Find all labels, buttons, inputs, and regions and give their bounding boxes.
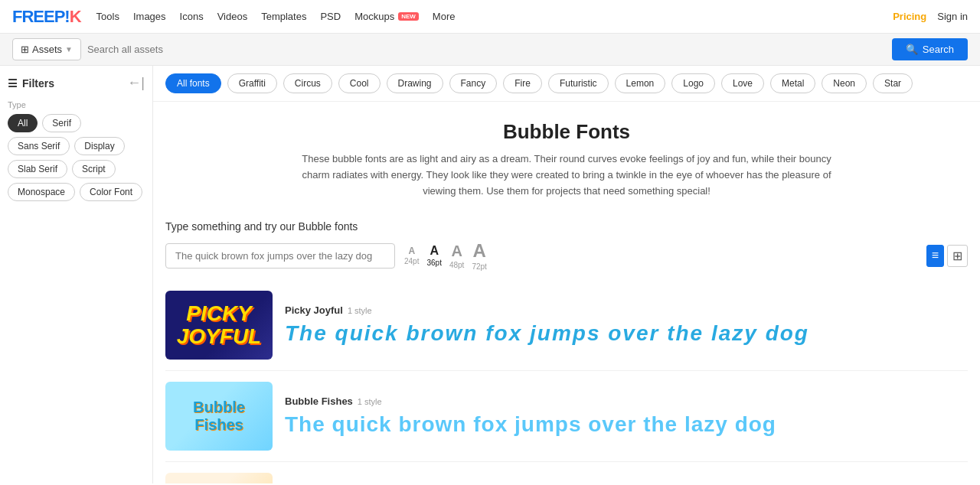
list-view-button[interactable]: ≡ bbox=[926, 245, 944, 267]
pricing-link[interactable]: Pricing bbox=[893, 11, 926, 22]
new-badge: NEW bbox=[398, 12, 419, 21]
nav-templates[interactable]: Templates bbox=[261, 11, 306, 22]
assets-dropdown[interactable]: ⊞ Assets ▼ bbox=[12, 38, 81, 60]
tag-metal[interactable]: Metal bbox=[770, 73, 815, 93]
nav-icons[interactable]: Icons bbox=[180, 11, 204, 22]
signin-link[interactable]: Sign in bbox=[937, 11, 968, 22]
font-size-36[interactable]: A 36pt bbox=[426, 244, 441, 267]
nav-more[interactable]: More bbox=[433, 11, 456, 22]
logo[interactable]: FREEP!K bbox=[12, 7, 81, 27]
filter-icon: ☰ bbox=[8, 77, 18, 90]
nav-images[interactable]: Images bbox=[133, 11, 166, 22]
nav-psd[interactable]: PSD bbox=[320, 11, 341, 22]
filter-all[interactable]: All bbox=[8, 114, 38, 132]
filter-tags-row: All fonts Graffiti Circus Cool Drawing F… bbox=[153, 66, 980, 102]
assets-icon: ⊞ bbox=[21, 44, 29, 55]
tag-futuristic[interactable]: Futuristic bbox=[548, 73, 609, 93]
filter-sans-serif[interactable]: Sans Serif bbox=[8, 137, 70, 155]
font-name-row: Bubble Fishes 1 style bbox=[285, 395, 968, 407]
font-size-48[interactable]: A 48pt bbox=[449, 242, 464, 269]
tag-cool[interactable]: Cool bbox=[338, 73, 381, 93]
nav-mockups[interactable]: Mockups NEW bbox=[354, 11, 419, 22]
search-button[interactable]: 🔍 Search bbox=[892, 38, 968, 60]
font-thumbnail[interactable]: BubbleFishes bbox=[165, 382, 273, 451]
filter-script[interactable]: Script bbox=[72, 160, 116, 178]
font-item: SLICKFIGURE Stick Figure 4 style The qui… bbox=[165, 462, 968, 483]
type-section-label: Type bbox=[8, 100, 145, 109]
tag-lemon[interactable]: Lemon bbox=[615, 73, 666, 93]
tag-graffiti[interactable]: Graffiti bbox=[227, 73, 277, 93]
tag-fancy[interactable]: Fancy bbox=[449, 73, 498, 93]
main-layout: ☰ Filters ←| Type All Serif Sans Serif D… bbox=[0, 66, 980, 483]
chevron-down-icon: ▼ bbox=[65, 45, 73, 54]
nav-videos[interactable]: Videos bbox=[217, 11, 248, 22]
tag-all-fonts[interactable]: All fonts bbox=[165, 73, 221, 93]
page-title: Bubble Fonts bbox=[168, 120, 965, 144]
font-name[interactable]: Bubble Fishes bbox=[285, 395, 353, 407]
main-nav: Tools Images Icons Videos Templates PSD … bbox=[96, 11, 878, 22]
type-mono-color-row: Monospace Color Font bbox=[8, 183, 145, 201]
sidebar: ☰ Filters ←| Type All Serif Sans Serif D… bbox=[0, 66, 153, 483]
page-title-section: Bubble Fonts These bubble fonts are as l… bbox=[153, 102, 980, 211]
font-thumbnail[interactable]: SLICKFIGURE bbox=[165, 473, 273, 483]
search-icon: 🔍 bbox=[906, 44, 918, 55]
nav-tools[interactable]: Tools bbox=[96, 11, 119, 22]
view-toggles: ≡ ⊞ bbox=[926, 245, 968, 267]
filter-color-font[interactable]: Color Font bbox=[80, 183, 142, 201]
filters-label: Filters bbox=[22, 77, 54, 90]
search-input[interactable] bbox=[87, 44, 886, 55]
search-bar: ⊞ Assets ▼ 🔍 Search bbox=[0, 34, 980, 66]
font-styles: 1 style bbox=[358, 397, 382, 406]
tag-neon[interactable]: Neon bbox=[822, 73, 867, 93]
search-input-wrap bbox=[87, 44, 886, 55]
content-area: All fonts Graffiti Circus Cool Drawing F… bbox=[153, 66, 980, 483]
font-item: BubbleFishes Bubble Fishes 1 style The q… bbox=[165, 371, 968, 462]
font-name[interactable]: Picky Joyful bbox=[285, 304, 343, 316]
tag-drawing[interactable]: Drawing bbox=[387, 73, 443, 93]
font-name-row: Picky Joyful 1 style bbox=[285, 304, 968, 316]
try-label: Type something and try our Bubble fonts bbox=[165, 220, 968, 233]
try-section: Type something and try our Bubble fonts … bbox=[153, 211, 980, 280]
font-preview-input[interactable] bbox=[165, 243, 395, 269]
font-preview-text: The quick brown fox jumps over the lazy … bbox=[285, 412, 968, 438]
font-list: PICKYJOYFUL Picky Joyful 1 style The qui… bbox=[153, 280, 980, 483]
filter-serif[interactable]: Serif bbox=[42, 114, 81, 132]
sidebar-type-section: Type All Serif Sans Serif Display Slab S… bbox=[8, 100, 145, 201]
font-info: Bubble Fishes 1 style The quick brown fo… bbox=[285, 395, 968, 438]
font-size-72[interactable]: A 72pt bbox=[472, 240, 486, 271]
font-sizes: A 24pt A 36pt A 48pt A 72pt bbox=[404, 240, 487, 271]
font-styles: 1 style bbox=[348, 306, 372, 315]
sidebar-close-icon[interactable]: ←| bbox=[127, 75, 145, 91]
font-thumbnail[interactable]: PICKYJOYFUL bbox=[165, 291, 273, 360]
font-info: Picky Joyful 1 style The quick brown fox… bbox=[285, 304, 968, 347]
filters-title: ☰ Filters bbox=[8, 77, 54, 90]
tag-circus[interactable]: Circus bbox=[283, 73, 332, 93]
font-item: PICKYJOYFUL Picky Joyful 1 style The qui… bbox=[165, 280, 968, 371]
tag-love[interactable]: Love bbox=[721, 73, 764, 93]
filter-monospace[interactable]: Monospace bbox=[8, 183, 75, 201]
type-sans-display-row: Sans Serif Display bbox=[8, 137, 145, 155]
filter-display[interactable]: Display bbox=[74, 137, 124, 155]
header: FREEP!K Tools Images Icons Videos Templa… bbox=[0, 0, 980, 34]
try-controls: A 24pt A 36pt A 48pt A 72pt bbox=[165, 240, 968, 271]
font-preview-text: The quick brown fox jumps over the lazy … bbox=[285, 321, 968, 347]
type-slab-script-row: Slab Serif Script bbox=[8, 160, 145, 178]
tag-fire[interactable]: Fire bbox=[503, 73, 542, 93]
grid-view-button[interactable]: ⊞ bbox=[947, 245, 968, 267]
font-size-24[interactable]: A 24pt bbox=[404, 246, 419, 265]
page-description: These bubble fonts are as light and airy… bbox=[299, 151, 835, 199]
filter-slab-serif[interactable]: Slab Serif bbox=[8, 160, 67, 178]
tag-star[interactable]: Star bbox=[873, 73, 913, 93]
header-right: Pricing Sign in bbox=[893, 11, 968, 22]
type-all-serif-row: All Serif bbox=[8, 114, 145, 132]
sidebar-header: ☰ Filters ←| bbox=[8, 75, 145, 91]
assets-label: Assets bbox=[32, 44, 62, 55]
tag-logo[interactable]: Logo bbox=[671, 73, 715, 93]
